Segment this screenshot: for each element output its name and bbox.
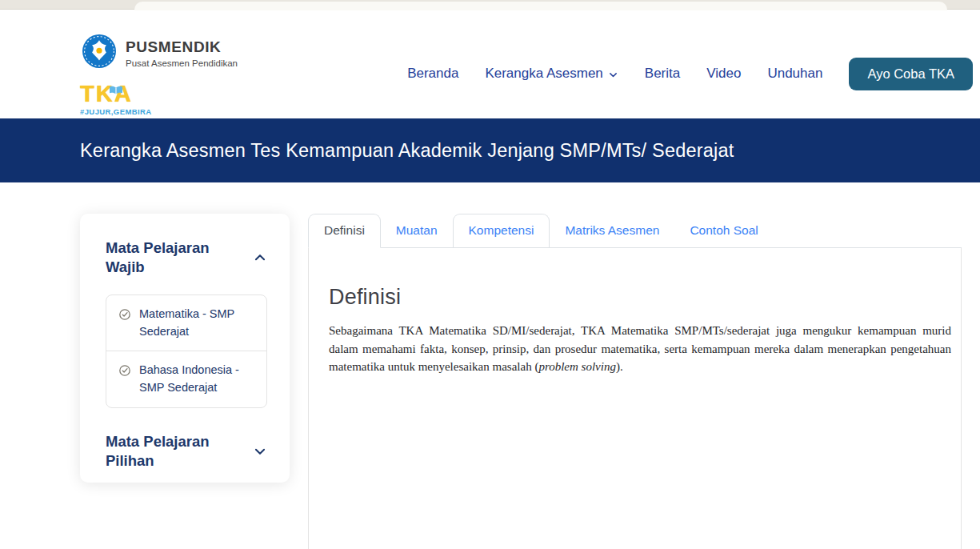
subject-sidebar: Mata Pelajaran WajibMatematika - SMP Sed… — [80, 214, 290, 483]
sidebar-section-title: Mata Pelajaran Pilihan — [106, 432, 226, 471]
sidebar-section-toggle[interactable]: Mata Pelajaran Pilihan — [106, 432, 267, 471]
nav-item-kerangka-asesmen[interactable]: Kerangka Asesmen — [485, 66, 618, 82]
paragraph-text: Sebagaimana TKA Matematika SD/MI/sederaj… — [329, 324, 951, 373]
tab-contoh-soal[interactable]: Contoh Soal — [674, 214, 773, 247]
page-banner: Kerangka Asesmen Tes Kemampuan Akademik … — [0, 118, 980, 182]
browser-top-strip — [0, 0, 980, 10]
check-circle-icon — [118, 364, 131, 397]
sidebar-section-toggle[interactable]: Mata Pelajaran Wajib — [106, 238, 267, 278]
chevron-down-icon — [608, 70, 618, 80]
brand-name: PUSMENDIK — [126, 38, 238, 56]
tab-matriks-asesmen[interactable]: Matriks Asesmen — [550, 214, 674, 247]
subject-item-bahasa-indonesia-smp-sederajat[interactable]: Bahasa Indonesia - SMP Sederajat — [106, 351, 266, 407]
brand-text: PUSMENDIK Pusat Asesmen Pendidikan — [126, 38, 238, 68]
page-title: Kerangka Asesmen Tes Kemampuan Akademik … — [0, 140, 734, 162]
nav-item-video[interactable]: Video — [706, 66, 741, 82]
nav-item-berita[interactable]: Berita — [645, 66, 680, 82]
check-circle-icon — [118, 308, 131, 341]
tabs-row: DefinisiMuatanKompetensiMatriks AsesmenC… — [308, 213, 962, 248]
nav-item-label: Beranda — [407, 66, 458, 82]
sidebar-section-title: Mata Pelajaran Wajib — [106, 238, 226, 278]
definition-paragraph: Sebagaimana TKA Matematika SD/MI/sederaj… — [329, 322, 951, 376]
tab-definisi[interactable]: Definisi — [308, 214, 381, 248]
tka-logo-text: TKA — [80, 82, 160, 106]
content-heading: Definisi — [329, 285, 951, 310]
nav-item-unduhan[interactable]: Unduhan — [767, 66, 822, 82]
chevron-down-icon — [253, 444, 267, 459]
chevron-up-icon — [253, 250, 267, 265]
nav-item-label: Kerangka Asesmen — [485, 66, 602, 82]
paragraph-text-end: ). — [616, 360, 623, 373]
nav-item-label: Berita — [645, 66, 680, 82]
tab-panel: DefinisiMuatanKompetensiMatriks AsesmenC… — [308, 213, 962, 549]
subject-item-label: Matematika - SMP Sederajat — [139, 306, 255, 341]
sidebar-section-mata-pelajaran-pilihan: Mata Pelajaran Pilihan — [106, 432, 267, 471]
tka-tagline: #JUJUR,GEMBIRA — [80, 107, 160, 116]
open-book-icon — [109, 76, 123, 99]
tab-muatan[interactable]: Muatan — [381, 214, 453, 247]
nav-links: BerandaKerangka AsesmenBeritaVideoUnduha… — [407, 66, 822, 82]
subject-item-matematika-smp-sederajat[interactable]: Matematika - SMP Sederajat — [106, 295, 266, 351]
ayo-coba-tka-button[interactable]: Ayo Coba TKA — [849, 58, 973, 90]
subject-list: Matematika - SMP SederajatBahasa Indones… — [106, 295, 267, 408]
kemdikbud-emblem-icon — [82, 34, 116, 68]
main-nav: BerandaKerangka AsesmenBeritaVideoUnduha… — [407, 58, 973, 90]
site-header: PUSMENDIK Pusat Asesmen Pendidikan TKA #… — [0, 10, 980, 118]
tab-kompetensi[interactable]: Kompetensi — [453, 214, 550, 247]
nav-item-label: Unduhan — [767, 66, 822, 82]
sidebar-section-mata-pelajaran-wajib: Mata Pelajaran WajibMatematika - SMP Sed… — [106, 238, 267, 408]
subject-item-label: Bahasa Indonesia - SMP Sederajat — [139, 362, 255, 397]
paragraph-italic: problem solving — [538, 360, 616, 373]
nav-item-beranda[interactable]: Beranda — [407, 66, 458, 82]
browser-active-tab[interactable] — [134, 2, 947, 10]
brand-subtitle: Pusat Asesmen Pendidikan — [126, 58, 238, 68]
nav-item-label: Video — [706, 66, 741, 82]
tka-logo: TKA #JUJUR,GEMBIRA — [80, 82, 160, 116]
tab-content: Definisi Sebagaimana TKA Matematika SD/M… — [308, 248, 962, 549]
